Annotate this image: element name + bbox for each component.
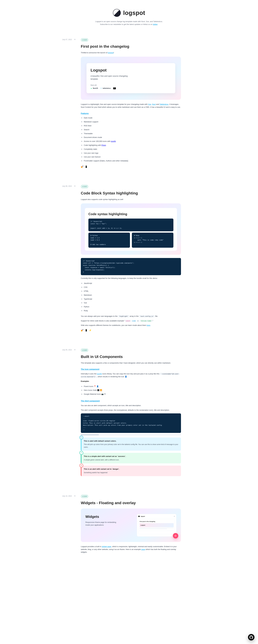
code-js-header: // Javascript const foo = "bar"; export … xyxy=(88,218,173,231)
link-example-page[interactable]: page xyxy=(141,548,145,550)
tech-tailwind: 〰tailwindcss xyxy=(100,87,111,90)
list-item: Ruby xyxy=(81,309,181,313)
code-inline: const xyxy=(125,320,131,322)
list-item: TypeScript xyxy=(81,297,181,301)
card-title: Widgets xyxy=(85,514,134,520)
card-subtitle: Responsive iframe page for embedding ins… xyxy=(85,521,121,527)
link-nuxt[interactable]: Nuxt xyxy=(152,103,156,105)
icon-component-desc: Internally it uses the iconify icons lib… xyxy=(81,372,181,378)
link-tailwind[interactable]: Tailwindcss xyxy=(160,103,169,105)
code-inline: code xyxy=(131,320,136,322)
code-ruby: # Ruby x = a + i puts "This is some ruby… xyxy=(132,233,173,248)
code-python: # Python num1 = 1.5 num2 = 6.3 # Add two… xyxy=(88,233,130,248)
alert-intro-1: You can also an alert component, which a… xyxy=(81,404,181,407)
icon-component-heading[interactable]: The Icon component xyxy=(81,368,181,371)
example-icons: 📷 👁 xyxy=(101,393,106,395)
emoji: ⚡ xyxy=(89,328,92,332)
horizontal-scrollbar[interactable] xyxy=(81,434,181,435)
list-item: Completely static xyxy=(81,147,181,151)
widgets-body: Logspot provides a built in widget page,… xyxy=(81,545,181,554)
list-item: Python xyxy=(81,305,181,309)
tech-nuxt: ▲NuxtJS xyxy=(91,87,98,90)
post-date: July 10, 2022 xyxy=(51,494,75,556)
examples-heading: Examples xyxy=(81,380,89,382)
emoji: 📱 xyxy=(85,328,88,332)
twitter-link[interactable]: twitter xyxy=(153,23,158,25)
list-item: Access to over 100,000 icons with iconif… xyxy=(81,140,181,143)
post-intro: Logspot also supports code syntax highli… xyxy=(81,198,181,201)
add-langs: You can always add your own languages to… xyxy=(81,315,181,318)
emoji: 💅 xyxy=(81,328,83,332)
alert-desc: This will pick up colors from your prima… xyxy=(84,443,179,448)
site-name: logspot xyxy=(123,8,145,18)
logo-mark xyxy=(113,9,121,17)
link-logspot[interactable]: logspot xyxy=(108,52,113,54)
widget-fab[interactable]: ◎ xyxy=(173,533,178,538)
hero-card: Logspot A beautiful, free and open sourc… xyxy=(81,57,181,100)
emoji: 💅 xyxy=(81,165,83,168)
post-body-1: Logspot is a lightweight, free and open … xyxy=(81,103,181,109)
list-item: Fluent Icons 📍 👤 xyxy=(81,384,181,388)
link-iconify[interactable]: iconify xyxy=(97,373,102,375)
list-item: Markdown support xyxy=(81,120,181,124)
list-item: Use your own logo xyxy=(81,151,181,155)
version-chip: v 1.0.2 xyxy=(81,185,88,188)
inline-support: Support for inline code blocks is also a… xyxy=(81,320,181,322)
link-widget-page[interactable]: widget page xyxy=(102,546,111,548)
list-item: JavaScript xyxy=(81,282,181,285)
alert-title: This is an alert with variant set to `da… xyxy=(84,468,179,470)
version-chip: v 1.0.3 xyxy=(81,38,88,42)
card-subtitle: A beautiful, free and open source change… xyxy=(91,74,134,80)
alert-icon: ✓ xyxy=(79,451,83,455)
link-vue[interactable]: Vue xyxy=(148,103,151,105)
list-item: Google Material Icons 📷 👁 xyxy=(81,392,181,396)
post: July 05, 2022 v 1.0.0 Built in UI Compon… xyxy=(51,348,207,478)
code-inline: `highlight` xyxy=(118,315,129,317)
code-card: Code syntax highlighting // Javascript c… xyxy=(81,204,181,255)
link-shiki-here[interactable]: here xyxy=(147,324,150,326)
post-date: July 05, 2022 xyxy=(51,348,75,478)
card-title: Logspot xyxy=(91,67,171,74)
features-heading[interactable]: Features xyxy=(81,112,181,115)
list-item: Frontmatter support (Dates, Authors and … xyxy=(81,159,181,163)
post-date: July 07, 2022 xyxy=(51,38,75,168)
alert-code: ::alert --- icon: fluent:error-circle-24… xyxy=(81,414,181,433)
alert-title: This is a simple alert with variant set … xyxy=(84,455,179,458)
emoji-row: 💅📱 xyxy=(81,165,181,168)
alert-danger: ⚠ This is an alert with variant set to `… xyxy=(81,466,181,476)
widget-card: Widgets Responsive iframe page for embed… xyxy=(81,508,181,542)
post-intro: Thrilled to announce the launch of logsp… xyxy=(81,51,181,54)
madewith-label: Made with xyxy=(91,84,171,86)
code-inline: = xyxy=(137,320,139,322)
code-inline: `nuxt.config.js` xyxy=(139,315,155,317)
list-item: Hero Icons Solid ⬛ 📶 xyxy=(81,388,181,392)
alert-desc: Something aweful has happened xyxy=(84,472,179,474)
list-item: Code highlighting with Prism xyxy=(81,143,181,147)
emoji-row: 💅📱⚡ xyxy=(81,328,181,332)
features-list: Dark modeMarkdown supportRSS feedSearchT… xyxy=(81,116,181,163)
version-chip: v 1.0.4 xyxy=(81,495,88,498)
langs-intro: Currently this is only supported for the… xyxy=(81,277,181,280)
post-title: First post in the changelog xyxy=(81,44,181,50)
post-title: Widgets - Floating and overlay xyxy=(81,500,181,506)
post: July 06, 2022 v 1.0.2 Code Block Syntax … xyxy=(51,185,207,332)
list-item: Dark mode xyxy=(81,116,181,120)
feature-link[interactable]: Prism xyxy=(101,144,106,146)
example-icons: ⬛ 📶 xyxy=(97,389,102,391)
feature-link[interactable]: iconify xyxy=(111,140,116,142)
list-item: Search xyxy=(81,128,181,132)
alert-default: ⓘ This is alert with default variant col… xyxy=(81,438,181,451)
post-date: July 06, 2022 xyxy=(51,185,75,332)
example-icons: 📍 👤 xyxy=(94,385,99,388)
list-item: Document driven mode xyxy=(81,136,181,140)
widget-preview: logspot✕ First post in the changelog Log… xyxy=(137,514,176,536)
tech-markdown: M↓ xyxy=(113,88,116,89)
post-title: Code Block Syntax highlighting xyxy=(81,190,181,196)
alert-success: ✓ This is a simple alert with variant se… xyxy=(81,453,181,464)
icon-examples-list: Fluent Icons 📍 👤Hero Icons Solid ⬛ 📶Goog… xyxy=(81,384,181,396)
site-tagline: Logspot is an open source change log tem… xyxy=(94,20,164,26)
alert-component-heading[interactable]: The Alert component xyxy=(81,400,181,402)
list-item: Vue xyxy=(81,301,181,305)
post: July 07, 2022 v 1.0.3 First post in the … xyxy=(51,38,207,168)
code-inline: 'Inline Code' xyxy=(140,320,153,322)
